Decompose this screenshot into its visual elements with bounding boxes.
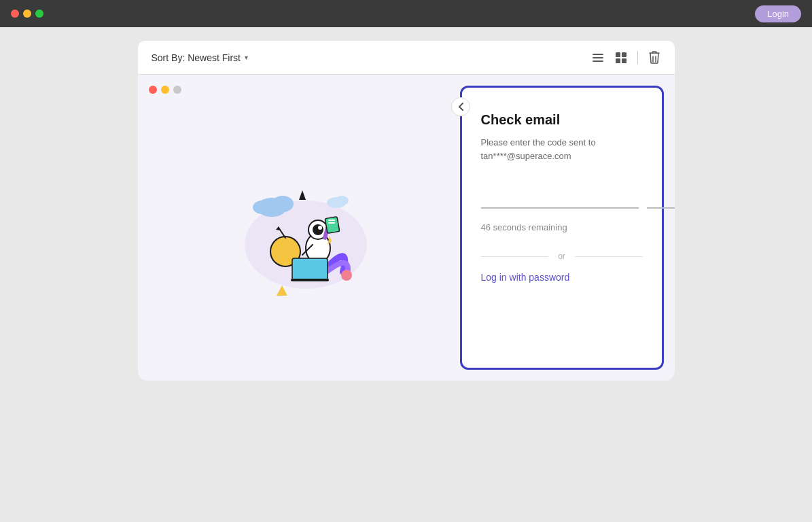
- timer-text: 46 seconds remaining: [481, 222, 643, 232]
- svg-rect-22: [291, 279, 329, 281]
- toolbar-divider: [637, 51, 638, 65]
- svg-rect-4: [622, 52, 626, 57]
- otp-container: [481, 181, 643, 209]
- svg-point-10: [253, 201, 272, 214]
- svg-rect-2: [593, 60, 603, 62]
- svg-rect-25: [328, 222, 335, 224]
- trash-icon: [648, 50, 661, 65]
- title-bar: Login: [0, 0, 812, 27]
- main-area: Sort By: Newest First ▾: [0, 27, 812, 522]
- grid-view-button[interactable]: [614, 51, 628, 65]
- illustration: [217, 170, 381, 306]
- modal-window: Check email Please enter the code sent t…: [138, 75, 675, 381]
- svg-marker-13: [299, 190, 306, 200]
- list-view-icon: [591, 51, 605, 65]
- check-email-subtitle: Please enter the code sent to tan****@su…: [481, 136, 643, 162]
- or-line-right: [575, 256, 643, 257]
- svg-rect-0: [593, 54, 603, 55]
- modal-window-controls: [149, 86, 181, 94]
- svg-point-17: [318, 226, 322, 230]
- fullscreen-window-dot[interactable]: [35, 10, 43, 18]
- or-divider: or: [481, 251, 643, 261]
- svg-rect-3: [616, 52, 620, 57]
- chevron-down-icon: ▾: [245, 54, 248, 61]
- svg-rect-23: [325, 217, 340, 234]
- sort-by-label: Sort By: Newest First: [152, 52, 241, 63]
- svg-rect-5: [616, 58, 620, 63]
- modal-fullscreen-dot[interactable]: [173, 86, 181, 94]
- delete-button[interactable]: [648, 50, 661, 65]
- illustration-panel: [138, 75, 460, 381]
- minimize-window-dot[interactable]: [23, 10, 31, 18]
- svg-rect-24: [328, 220, 335, 221]
- or-line-left: [481, 256, 549, 257]
- svg-rect-1: [593, 57, 603, 58]
- toolbar: Sort By: Newest First ▾: [138, 41, 675, 75]
- otp-field-1[interactable]: [481, 181, 639, 209]
- svg-rect-21: [292, 258, 328, 280]
- svg-rect-6: [622, 58, 626, 63]
- otp-field-2[interactable]: [647, 181, 675, 209]
- svg-point-27: [341, 270, 352, 281]
- close-window-dot[interactable]: [11, 10, 19, 18]
- svg-point-9: [272, 196, 294, 212]
- back-arrow-icon: [457, 102, 464, 111]
- svg-point-16: [313, 224, 323, 235]
- login-button[interactable]: Login: [755, 5, 801, 22]
- modal-minimize-dot[interactable]: [161, 86, 169, 94]
- sort-by-button[interactable]: Sort By: Newest First ▾: [152, 52, 248, 63]
- list-view-button[interactable]: [591, 51, 605, 65]
- check-email-title: Check email: [481, 112, 643, 128]
- toolbar-right: [591, 50, 661, 65]
- svg-point-12: [335, 196, 349, 205]
- grid-view-icon: [614, 51, 628, 65]
- svg-marker-26: [277, 285, 287, 296]
- modal-close-dot[interactable]: [149, 86, 157, 94]
- window-controls: [11, 10, 43, 18]
- back-button[interactable]: [451, 97, 470, 116]
- or-text: or: [555, 251, 568, 261]
- check-email-panel: Check email Please enter the code sent t…: [460, 86, 664, 370]
- log-in-password-button[interactable]: Log in with password: [481, 272, 643, 283]
